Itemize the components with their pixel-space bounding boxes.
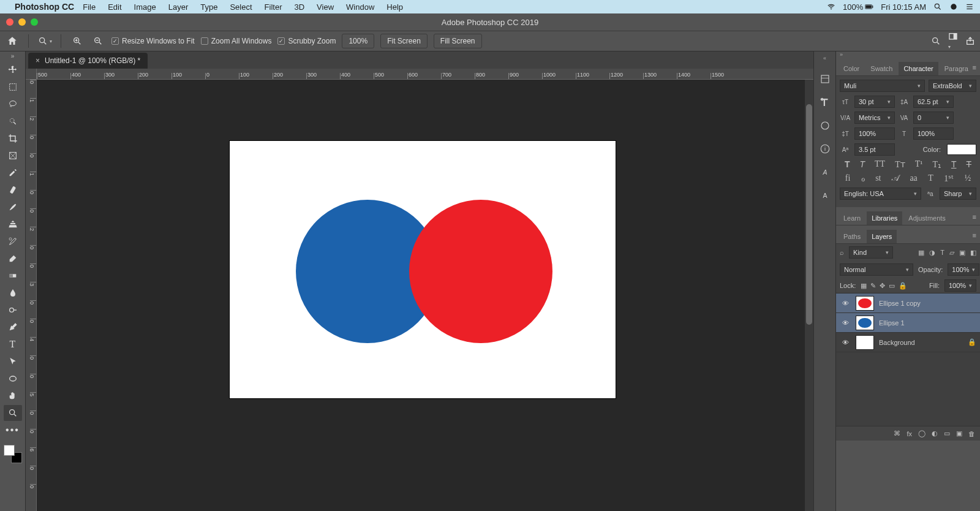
layer-thumbnail[interactable] (856, 296, 874, 311)
font-size-input[interactable]: 30 pt▾ (854, 96, 895, 108)
tab-swatches[interactable]: Swatch (865, 62, 897, 75)
color-swatches[interactable] (4, 445, 22, 463)
styles-panel-icon[interactable]: A (818, 165, 832, 179)
filter-adjust-icon[interactable]: ◑ (929, 249, 935, 257)
discretionary-button[interactable]: st (875, 173, 881, 184)
crop-tool[interactable] (4, 131, 22, 146)
antialias-select[interactable]: Sharp▾ (940, 187, 976, 200)
panel-menu-icon[interactable]: ≡ (973, 232, 976, 239)
tool-preset-dropdown[interactable]: ▾ (37, 34, 52, 48)
fill-input[interactable]: 100%▾ (944, 279, 976, 292)
layer-filter-kind[interactable]: Kind▾ (849, 246, 893, 259)
layer-fx-icon[interactable]: fx (907, 430, 912, 437)
glyphs-panel-icon[interactable] (818, 119, 832, 132)
tab-paragraph[interactable]: Paragra (940, 62, 973, 75)
eraser-tool[interactable] (4, 251, 22, 267)
fractions-button[interactable]: ½ (965, 173, 971, 184)
menu-file[interactable]: File (83, 2, 96, 12)
zoom-in-icon[interactable] (70, 34, 85, 48)
layer-row[interactable]: 👁Ellipse 1 (836, 313, 980, 333)
font-weight-select[interactable]: ExtraBold▾ (929, 80, 976, 92)
pen-tool[interactable] (4, 319, 22, 335)
allcaps-button[interactable]: TT (875, 159, 885, 170)
menu-layer[interactable]: Layer (168, 2, 189, 12)
layer-thumbnail[interactable] (856, 316, 874, 330)
italic-button[interactable]: T (860, 159, 865, 170)
ruler-vertical[interactable]: 01200100200300400500600 (26, 80, 37, 511)
new-group-icon[interactable]: ▭ (944, 430, 950, 437)
stylistic-button[interactable]: aa (910, 173, 917, 184)
horizontal-scale-input[interactable]: 100% (913, 127, 954, 140)
document-tab[interactable]: × Untitled-1 @ 100% (RGB/8) * (28, 53, 148, 69)
fill-screen-button[interactable]: Fill Screen (434, 34, 482, 48)
path-select-tool[interactable] (4, 354, 22, 369)
baseline-shift-input[interactable]: 3.5 pt (854, 143, 895, 156)
underline-button[interactable]: T (951, 159, 957, 170)
hand-tool[interactable] (4, 388, 22, 404)
search-icon[interactable] (931, 36, 941, 46)
tab-learn[interactable]: Learn (839, 211, 865, 225)
type-tool[interactable]: T (4, 336, 22, 352)
panel-menu-icon[interactable]: ≡ (973, 213, 976, 221)
filter-shape-icon[interactable]: ▱ (949, 249, 954, 257)
healing-brush-tool[interactable] (4, 182, 22, 198)
font-family-select[interactable]: Muli▾ (840, 80, 925, 92)
type-panel-icon[interactable]: A (818, 189, 832, 202)
ruler-origin[interactable] (26, 69, 37, 80)
panels-collapse-icon[interactable]: » (836, 51, 980, 60)
history-brush-tool[interactable] (4, 233, 22, 249)
visibility-toggle-icon[interactable]: 👁 (840, 300, 851, 307)
zoom-tool[interactable] (4, 405, 22, 421)
spotlight-icon[interactable] (933, 2, 942, 11)
contextual-button[interactable]: ℴ (861, 173, 865, 184)
swash-button[interactable]: 𝒜 (892, 173, 899, 184)
filter-type-icon[interactable]: T (940, 249, 944, 257)
filter-toggle-icon[interactable]: ◧ (970, 249, 976, 257)
lasso-tool[interactable] (4, 96, 22, 112)
filter-pixel-icon[interactable]: ▦ (918, 249, 924, 257)
eyedropper-tool[interactable] (4, 165, 22, 181)
collapse-arrow-icon[interactable]: « (823, 55, 826, 62)
ruler-horizontal[interactable]: 5004003002001000100200300400500600700800… (37, 69, 813, 80)
bold-button[interactable]: T (845, 159, 850, 170)
link-layers-icon[interactable]: ⌘ (894, 430, 900, 437)
menu-filter[interactable]: Filter (265, 2, 282, 12)
share-icon[interactable] (965, 36, 975, 46)
language-select[interactable]: English: USA▾ (840, 187, 921, 200)
workspace-icon[interactable]: ▾ (948, 32, 958, 50)
layer-row[interactable]: 👁Background🔒 (836, 333, 980, 352)
new-adjustment-icon[interactable]: ◐ (932, 430, 938, 437)
info-panel-icon[interactable]: i (818, 142, 832, 156)
blur-tool[interactable] (4, 285, 22, 301)
lock-artboard-icon[interactable]: ▭ (889, 282, 895, 290)
history-panel-icon[interactable] (818, 72, 832, 86)
vertical-scrollbar[interactable] (805, 80, 813, 511)
close-tab-icon[interactable]: × (36, 56, 40, 65)
home-icon[interactable] (5, 34, 20, 48)
new-layer-icon[interactable]: ▣ (956, 430, 962, 437)
menu-type[interactable]: Type (200, 2, 217, 12)
zoom-out-icon[interactable] (91, 34, 105, 48)
filter-smart-icon[interactable]: ▣ (959, 249, 965, 257)
layer-name[interactable]: Ellipse 1 copy (879, 300, 921, 307)
resize-windows-checkbox[interactable]: ✓Resize Windows to Fit (111, 37, 195, 45)
menu-select[interactable]: Select (230, 2, 252, 12)
zoom-all-checkbox[interactable]: Zoom All Windows (201, 37, 272, 45)
tracking-input[interactable]: 0▾ (913, 112, 954, 124)
dodge-tool[interactable] (4, 302, 22, 318)
lock-position-icon[interactable]: ✥ (880, 282, 885, 290)
move-tool[interactable] (4, 62, 22, 78)
siri-icon[interactable] (949, 2, 958, 11)
shape-tool[interactable] (4, 371, 22, 387)
scrollbar-thumb[interactable] (806, 104, 812, 325)
subscript-button[interactable]: T₁ (932, 159, 941, 170)
menu-help[interactable]: Help (386, 2, 403, 12)
tab-paths[interactable]: Paths (839, 230, 865, 243)
titling-button[interactable]: T (928, 173, 933, 184)
blend-mode-select[interactable]: Normal▾ (840, 263, 913, 276)
leading-input[interactable]: 62.5 pt▾ (913, 96, 954, 108)
control-center-icon[interactable] (965, 2, 974, 11)
lock-pixels-icon[interactable]: ✎ (870, 282, 876, 290)
panel-menu-icon[interactable]: ≡ (973, 64, 976, 71)
quick-select-tool[interactable] (4, 113, 22, 129)
